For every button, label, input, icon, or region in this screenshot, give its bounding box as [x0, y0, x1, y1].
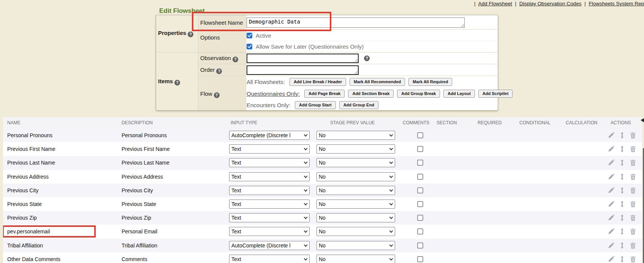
edit-pencil-icon[interactable] [608, 187, 614, 193]
stage-prev-value-select[interactable]: No [316, 186, 395, 195]
comments-checkbox[interactable] [417, 174, 423, 180]
stage-prev-value-select[interactable]: No [316, 172, 395, 181]
input-type-select[interactable]: Text [229, 158, 310, 167]
comments-checkbox[interactable] [417, 187, 423, 193]
input-type-select[interactable]: AutoComplete (Discrete l [229, 131, 310, 140]
row-name: Personal Pronouns [7, 132, 52, 138]
add-flowsheet-link[interactable]: Add Flowsheet [478, 1, 512, 6]
stage-prev-value-select[interactable]: No [316, 213, 395, 222]
add-group-break-button[interactable]: Add Group Break [397, 90, 440, 98]
delete-trash-icon[interactable] [630, 256, 636, 262]
comments-checkbox[interactable] [417, 132, 423, 138]
edit-pencil-icon[interactable] [608, 242, 614, 249]
input-type-select[interactable]: Text [229, 186, 310, 195]
add-group-start-button[interactable]: Add Group Start [295, 101, 336, 109]
move-row-icon[interactable] [619, 187, 625, 193]
table-row: Personal Pronouns Personal Pronouns Auto… [3, 128, 642, 142]
stage-prev-value-select[interactable]: No [316, 200, 395, 209]
questionnaires-only-group: Questionnaires Only: Add Page Break Add … [247, 90, 513, 98]
help-icon[interactable] [364, 55, 370, 61]
edit-pencil-icon[interactable] [608, 228, 614, 235]
flowsheets-system-report-link[interactable]: Flowsheets System Rep [589, 1, 644, 6]
delete-trash-icon[interactable] [630, 132, 636, 139]
input-type-select[interactable]: AutoComplete (Discrete l [229, 241, 310, 250]
header-name: NAME [7, 120, 21, 125]
delete-trash-icon[interactable] [630, 187, 636, 193]
stage-prev-value-select[interactable]: No [316, 227, 395, 236]
move-row-icon[interactable] [619, 146, 625, 152]
input-type-select[interactable]: Text [229, 213, 310, 222]
table-row: Other Data Comments Comments Text No [3, 252, 642, 263]
edit-pencil-icon[interactable] [608, 173, 614, 180]
row-actions [608, 242, 636, 249]
move-row-icon[interactable] [619, 160, 625, 166]
stage-prev-value-select-wrap: No [316, 172, 395, 181]
row-name: Previous First Name [7, 146, 55, 152]
comments-checkbox[interactable] [417, 215, 423, 221]
delete-trash-icon[interactable] [630, 228, 636, 235]
stage-prev-value-select[interactable]: No [316, 131, 395, 140]
delete-trash-icon[interactable] [630, 146, 636, 152]
move-row-icon[interactable] [619, 173, 625, 180]
add-group-end-button[interactable]: Add Group End [339, 101, 378, 109]
input-type-select[interactable]: Text [229, 172, 310, 181]
display-observation-codes-link[interactable]: Display Observation Codes [519, 1, 582, 6]
help-icon[interactable] [214, 92, 220, 98]
comments-checkbox[interactable] [417, 201, 423, 207]
row-actions [608, 173, 636, 180]
edit-pencil-icon[interactable] [608, 160, 614, 166]
edit-pencil-icon[interactable] [608, 256, 614, 262]
help-icon[interactable] [216, 68, 222, 74]
move-row-icon[interactable] [619, 228, 625, 235]
input-type-select[interactable]: Text [229, 200, 310, 209]
stage-prev-value-select[interactable]: No [316, 144, 395, 154]
move-row-icon[interactable] [619, 201, 625, 208]
mark-all-required-button[interactable]: Mark All Required [408, 78, 452, 86]
row-actions [608, 160, 636, 166]
move-row-icon[interactable] [619, 242, 625, 249]
add-line-break-header-button[interactable]: Add Line Break / Header [290, 78, 346, 86]
move-row-icon[interactable] [619, 215, 625, 221]
edit-pencil-icon[interactable] [608, 215, 614, 221]
add-page-break-button[interactable]: Add Page Break [304, 90, 345, 98]
edit-pencil-icon[interactable] [608, 132, 614, 139]
delete-trash-icon[interactable] [630, 201, 636, 208]
stage-prev-value-select[interactable]: No [316, 241, 395, 250]
move-row-icon[interactable] [619, 256, 625, 262]
stage-prev-value-select[interactable]: No [316, 255, 395, 263]
comments-checkbox[interactable] [417, 228, 423, 234]
table-row: Previous Address Previous Address Text N… [3, 170, 642, 184]
delete-trash-icon[interactable] [630, 215, 636, 221]
input-type-select[interactable]: Text [229, 144, 310, 154]
input-type-select[interactable]: Text [229, 227, 310, 236]
comments-checkbox[interactable] [417, 242, 423, 249]
help-icon[interactable] [233, 57, 238, 62]
delete-trash-icon[interactable] [630, 173, 636, 180]
add-layout-button[interactable]: Add Layout [443, 90, 475, 98]
delete-trash-icon[interactable] [630, 242, 636, 249]
comments-checkbox[interactable] [417, 146, 423, 152]
page-title: Edit Flowsheet [157, 7, 207, 15]
options-label: Options [200, 34, 220, 41]
edit-pencil-icon[interactable] [608, 201, 614, 208]
stage-prev-value-select[interactable]: No [316, 158, 395, 167]
stage-prev-value-select-wrap: No [316, 213, 395, 222]
comments-checkbox[interactable] [417, 256, 423, 262]
observation-input[interactable] [247, 54, 359, 63]
allow-save-checkbox[interactable] [247, 44, 252, 49]
comments-checkbox[interactable] [417, 160, 423, 166]
active-checkbox[interactable] [247, 33, 252, 38]
flowsheet-name-input[interactable]: Demographic Data [247, 17, 465, 28]
order-input[interactable] [247, 65, 359, 75]
table-row: pev.personalemail Personal Email Text No [3, 225, 642, 238]
add-section-break-button[interactable]: Add Section Break [348, 90, 394, 98]
input-type-select[interactable]: Text [229, 255, 310, 263]
mark-all-recommended-button[interactable]: Mark All Recommended [350, 78, 405, 86]
move-row-icon[interactable] [619, 132, 625, 139]
edit-pencil-icon[interactable] [608, 146, 614, 152]
help-icon[interactable] [188, 32, 193, 37]
delete-trash-icon[interactable] [630, 160, 636, 166]
add-scriptlet-button[interactable]: Add Scriptlet [478, 90, 513, 98]
help-icon[interactable] [174, 80, 180, 86]
input-type-select-wrap: Text [229, 213, 310, 222]
